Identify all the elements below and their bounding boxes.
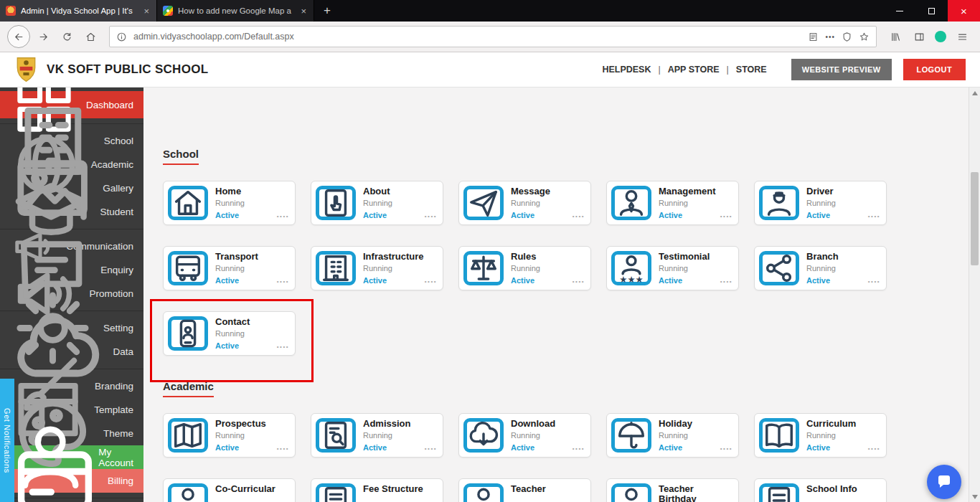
module-menu-dots[interactable]: •••• — [720, 445, 732, 452]
module-state[interactable]: Active — [659, 211, 682, 219]
module-card-infrastructure[interactable]: Infrastructure Running Active •••• — [311, 246, 443, 290]
store-link[interactable]: STORE — [736, 65, 767, 75]
module-state[interactable]: Active — [511, 276, 534, 285]
module-state[interactable]: Active — [215, 211, 239, 219]
module-menu-dots[interactable]: •••• — [573, 213, 585, 219]
module-card-body: Driver Running Active •••• — [799, 186, 882, 220]
extension-icon[interactable] — [935, 31, 946, 42]
forward-button[interactable] — [32, 26, 54, 47]
module-menu-dots[interactable]: •••• — [720, 278, 732, 285]
browser-tab-maps[interactable]: How to add new Google Map a × — [157, 0, 314, 22]
page-scrollbar[interactable] — [969, 87, 980, 502]
module-menu-dots[interactable]: •••• — [277, 344, 289, 350]
module-card-message[interactable]: Message Running Active •••• — [458, 181, 591, 225]
library-icon[interactable] — [885, 26, 906, 47]
module-card-admission[interactable]: Admission Running Active •••• — [311, 413, 443, 458]
module-state[interactable]: Active — [806, 276, 830, 285]
module-card-co-curricular[interactable]: Co-Curricular — [163, 478, 296, 502]
refresh-button[interactable] — [56, 26, 77, 47]
chat-widget-button[interactable] — [927, 465, 961, 499]
module-card-management[interactable]: Management Running Active •••• — [606, 181, 739, 225]
module-state[interactable]: Active — [659, 276, 682, 285]
url-bar[interactable]: admin.vidyaschoolapp.com/Default.aspx ••… — [109, 26, 877, 47]
module-status: Running — [806, 264, 880, 273]
site-info-icon[interactable] — [116, 32, 127, 42]
module-state[interactable]: Active — [659, 443, 682, 452]
module-state[interactable]: Active — [363, 443, 387, 452]
module-state[interactable]: Active — [215, 341, 239, 350]
module-state[interactable]: Active — [806, 211, 830, 219]
maximize-button[interactable] — [915, 0, 948, 22]
module-icon — [316, 418, 356, 453]
scroll-down-arrow-icon[interactable] — [969, 491, 980, 502]
module-card-holiday[interactable]: Holiday Running Active •••• — [606, 413, 739, 458]
new-tab-button[interactable]: + — [314, 0, 340, 22]
back-button[interactable] — [7, 25, 30, 48]
module-menu-dots[interactable]: •••• — [277, 278, 289, 285]
sidebar-item-student[interactable]: Student — [0, 200, 143, 224]
module-name: Fee Structure — [363, 484, 437, 494]
website-preview-button[interactable]: WEBSITE PREVIEW — [791, 59, 892, 80]
helpdesk-link[interactable]: HELPDESK — [602, 65, 651, 75]
module-menu-dots[interactable]: •••• — [573, 445, 585, 452]
module-menu-dots[interactable]: •••• — [868, 278, 880, 285]
sidebar-toggle-icon[interactable] — [908, 26, 930, 47]
module-state[interactable]: Active — [511, 211, 534, 219]
module-state[interactable]: Active — [215, 443, 239, 452]
module-state[interactable]: Active — [215, 276, 239, 285]
module-icon — [759, 251, 799, 285]
module-menu-dots[interactable]: •••• — [425, 278, 437, 285]
module-card-about[interactable]: About Running Active •••• — [311, 181, 443, 225]
tab-close-icon[interactable]: × — [299, 5, 308, 17]
page-actions-icon[interactable]: ••• — [825, 33, 835, 41]
pocket-shield-icon[interactable] — [842, 32, 852, 42]
module-menu-dots[interactable]: •••• — [868, 213, 880, 219]
minimize-button[interactable] — [883, 0, 915, 22]
module-card-testimonial[interactable]: ★★★ Testimonial Running Active •••• — [606, 246, 739, 290]
module-state[interactable]: Active — [363, 276, 387, 285]
module-menu-dots[interactable]: •••• — [425, 445, 437, 452]
svg-text:★★★: ★★★ — [619, 275, 643, 285]
tab-close-icon[interactable]: × — [142, 5, 151, 17]
vidya-favicon-icon — [6, 6, 16, 16]
browser-tab-admin[interactable]: Admin | Vidya School App | It's × — [0, 0, 157, 22]
module-menu-dots[interactable]: •••• — [720, 213, 732, 219]
module-state[interactable]: Active — [363, 211, 387, 219]
module-menu-dots[interactable]: •••• — [277, 213, 289, 219]
bookmark-star-icon[interactable] — [859, 32, 870, 42]
close-window-button[interactable]: × — [948, 0, 980, 22]
module-card-home[interactable]: Home Running Active •••• — [163, 181, 296, 225]
module-card-branch[interactable]: Branch Running Active •••• — [754, 246, 887, 290]
module-menu-dots[interactable]: •••• — [425, 213, 437, 219]
module-card-footer: Active •••• — [511, 276, 585, 285]
module-state[interactable]: Active — [511, 443, 534, 452]
module-card-transport[interactable]: Transport Running Active •••• — [163, 246, 296, 290]
sidebar-item-billing[interactable]: Billing — [0, 469, 143, 493]
module-card-prospectus[interactable]: Prospectus Running Active •••• — [163, 413, 296, 458]
minimize-icon — [896, 11, 903, 11]
module-menu-dots[interactable]: •••• — [573, 278, 585, 285]
reader-mode-icon[interactable] — [808, 32, 819, 42]
logout-button[interactable]: LOGOUT — [903, 59, 966, 80]
app-store-link[interactable]: APP STORE — [668, 65, 720, 75]
module-card-download[interactable]: Download Running Active •••• — [458, 413, 591, 458]
module-card-footer: Active •••• — [806, 276, 880, 285]
module-card-driver[interactable]: Driver Running Active •••• — [754, 181, 887, 225]
module-icon — [168, 186, 208, 220]
module-card-rules[interactable]: Rules Running Active •••• — [458, 246, 591, 290]
home-button[interactable] — [80, 26, 101, 47]
get-notifications-tab[interactable]: Get Notifications — [0, 379, 14, 502]
module-menu-dots[interactable]: •••• — [277, 445, 289, 452]
menu-hamburger-icon[interactable] — [951, 26, 973, 47]
module-card-contact[interactable]: Contact Running Active •••• — [163, 311, 296, 356]
scroll-up-arrow-icon[interactable] — [969, 87, 980, 99]
module-card-teacher[interactable]: Teacher — [458, 478, 591, 502]
tab-title: Admin | Vidya School App | It's — [21, 6, 137, 15]
module-state[interactable]: Active — [806, 443, 830, 452]
module-card-fee-structure[interactable]: Fee Structure — [311, 478, 443, 502]
module-card-school-info[interactable]: School Info — [754, 478, 887, 502]
scrollbar-thumb[interactable] — [971, 172, 979, 265]
module-card-curriculum[interactable]: Curriculum Running Active •••• — [754, 413, 887, 458]
module-menu-dots[interactable]: •••• — [868, 445, 880, 452]
module-card-teacher-birthday[interactable]: Teacher Birthday — [606, 478, 739, 502]
